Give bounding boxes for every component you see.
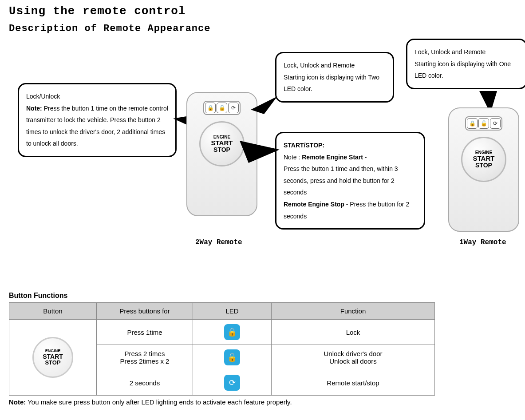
engine-label-2: START bbox=[473, 155, 495, 162]
callout-heading: Lock/Unlock bbox=[26, 91, 168, 103]
start-body: Press the button 1 time and then, within… bbox=[284, 163, 417, 198]
cell-press: Press 1time bbox=[97, 320, 193, 345]
footer-note: Note: You make sure press button only af… bbox=[9, 398, 516, 406]
engine-start-stop-button: ENGINE START STOP bbox=[32, 337, 73, 378]
engine-label-3: STOP bbox=[213, 147, 230, 153]
engine-label-3: STOP bbox=[475, 162, 492, 169]
cell-led: 🔓 bbox=[193, 345, 272, 370]
page-title: Using the remote control bbox=[9, 4, 516, 18]
pointer-two-led bbox=[251, 96, 277, 114]
callout-line: Note : Remote Engine Start - bbox=[284, 151, 417, 163]
engine-label-3: STOP bbox=[45, 360, 60, 366]
cell-press: 2 seconds bbox=[97, 370, 193, 396]
callout-two-led: Lock, Unlock and Remote Starting icon is… bbox=[275, 52, 394, 103]
callout-line: Lock, Unlock and Remote bbox=[414, 46, 519, 58]
cell-press-line: Press 2times x 2 bbox=[100, 357, 189, 365]
col-press: Press buttons for bbox=[97, 303, 193, 320]
col-led: LED bbox=[193, 303, 272, 320]
callout-start-stop: START/STOP: Note : Remote Engine Start -… bbox=[275, 132, 425, 230]
remote-start-icon: ⟳ bbox=[228, 103, 239, 113]
remote-icon-row: 🔒 🔓 ⟳ bbox=[465, 116, 502, 131]
pointer-start-stop bbox=[240, 141, 280, 167]
remote-start-icon: ⟳ bbox=[490, 118, 501, 129]
cell-led: ⟳ bbox=[193, 370, 272, 396]
col-button: Button bbox=[9, 303, 97, 320]
section-title-appearance: Description of Remote Appearance bbox=[9, 23, 516, 34]
cell-press: Press 2 times Press 2times x 2 bbox=[97, 345, 193, 370]
note-text: You make sure press button only after LE… bbox=[28, 398, 292, 406]
callout-one-led: Lock, Unlock and Remote Starting icon is… bbox=[406, 39, 525, 89]
callout-line: Starting icon is displaying with Two LED… bbox=[284, 71, 386, 95]
col-function: Function bbox=[272, 303, 435, 320]
stop-bold: Remote Engine Stop - bbox=[284, 201, 348, 208]
svg-marker-2 bbox=[240, 141, 280, 163]
cell-function: Remote start/stop bbox=[272, 370, 435, 396]
unlock-icon: 🔓 bbox=[217, 103, 227, 113]
button-functions-table: Button Press buttons for LED Function EN… bbox=[9, 302, 435, 396]
lock-icon: 🔒 bbox=[205, 103, 216, 113]
unlock-icon: 🔓 bbox=[478, 118, 489, 129]
section-title-functions: Button Functions bbox=[9, 292, 516, 300]
remote-1way-label: 1Way Remote bbox=[459, 238, 506, 246]
lock-icon: 🔒 bbox=[467, 118, 478, 129]
unlock-icon: 🔓 bbox=[224, 349, 240, 365]
lock-icon: 🔒 bbox=[224, 324, 240, 340]
note-label: Note : bbox=[284, 154, 300, 161]
engine-start-stop-button: ENGINE START STOP bbox=[461, 137, 506, 182]
cell-led: 🔒 bbox=[193, 320, 272, 345]
note-text: Press the button 1 time on the remote co… bbox=[26, 105, 168, 147]
table-header-row: Button Press buttons for LED Function bbox=[9, 303, 435, 320]
engine-label-2: START bbox=[211, 139, 233, 147]
start-bold: Remote Engine Start - bbox=[302, 154, 367, 161]
remote-2way-label: 2Way Remote bbox=[195, 238, 242, 246]
diagram-area: Lock/Unlock Note: Press the button 1 tim… bbox=[9, 39, 516, 287]
engine-label-2: START bbox=[43, 353, 63, 360]
cell-func-line: Unlock driver's door bbox=[275, 350, 431, 357]
cell-function: Lock bbox=[272, 320, 435, 345]
note-label: Note: bbox=[9, 398, 26, 406]
remote-1way: 🔒 🔓 ⟳ ENGINE START STOP bbox=[448, 107, 519, 232]
engine-start-stop-button: ENGINE START STOP bbox=[199, 121, 245, 166]
svg-marker-1 bbox=[251, 96, 277, 114]
cell-button-graphic: ENGINE START STOP bbox=[9, 320, 97, 396]
cell-press-line: Press 2 times bbox=[100, 350, 189, 357]
note-label: Note: bbox=[26, 105, 42, 112]
callout-line: Lock, Unlock and Remote bbox=[284, 59, 386, 71]
callout-body: Note: Press the button 1 time on the rem… bbox=[26, 103, 168, 150]
callout-line: Remote Engine Stop - Press the button fo… bbox=[284, 198, 417, 222]
callout-line: Starting icon is displaying with One LED… bbox=[414, 58, 519, 82]
remote-start-icon: ⟳ bbox=[224, 375, 240, 391]
callout-lock-unlock: Lock/Unlock Note: Press the button 1 tim… bbox=[18, 83, 177, 157]
remote-icon-row: 🔒 🔓 ⟳ bbox=[203, 101, 241, 115]
callout-heading: START/STOP: bbox=[284, 139, 417, 151]
table-row: ENGINE START STOP Press 1time 🔒 Lock bbox=[9, 320, 435, 345]
cell-function: Unlock driver's door Unlock all doors bbox=[272, 345, 435, 370]
cell-func-line: Unlock all doors bbox=[275, 357, 431, 365]
